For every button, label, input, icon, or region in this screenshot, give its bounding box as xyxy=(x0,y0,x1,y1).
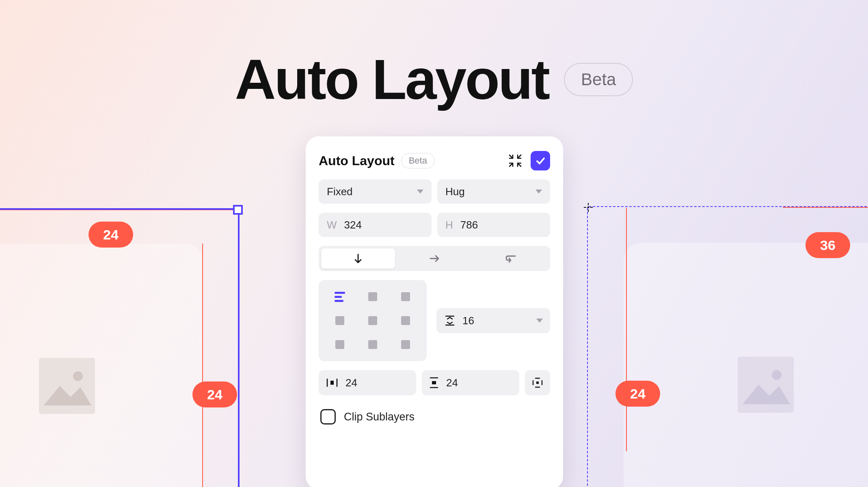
align-middle-left-button[interactable] xyxy=(327,312,353,330)
direction-wrap-button[interactable] xyxy=(474,248,548,269)
hero-title: Auto Layout xyxy=(235,47,549,112)
spacing-guide-line xyxy=(783,207,868,208)
image-placeholder-icon xyxy=(735,354,796,415)
chevron-down-icon xyxy=(536,319,543,323)
check-icon xyxy=(535,155,546,166)
selection-crosshair-icon[interactable] xyxy=(584,203,593,212)
svg-point-8 xyxy=(772,370,782,380)
direction-horizontal-button[interactable] xyxy=(397,248,471,269)
padding-horizontal-input[interactable] xyxy=(345,377,370,389)
width-mode-dropdown[interactable]: Fixed xyxy=(319,179,432,204)
gap-value: 16 xyxy=(462,315,474,327)
spacing-badge: 24 xyxy=(615,381,660,407)
svg-rect-0 xyxy=(39,358,95,414)
svg-rect-2 xyxy=(587,207,589,208)
chevron-down-icon xyxy=(417,190,423,194)
individual-padding-icon xyxy=(532,377,543,388)
panel-beta-badge: Beta xyxy=(401,153,435,168)
width-input[interactable] xyxy=(344,219,377,231)
svg-rect-11 xyxy=(330,381,334,385)
height-field[interactable]: H xyxy=(437,213,550,237)
spacing-badge: 36 xyxy=(805,232,850,258)
width-field[interactable]: W xyxy=(319,213,432,237)
collapse-button[interactable] xyxy=(506,152,524,170)
enable-toggle-button[interactable] xyxy=(531,151,550,170)
spacing-guide-line xyxy=(626,208,627,451)
auto-layout-panel: Auto Layout Beta Fixed xyxy=(306,136,563,487)
align-middle-center-button[interactable] xyxy=(360,312,386,330)
width-letter-label: W xyxy=(327,219,337,231)
height-mode-dropdown[interactable]: Hug xyxy=(437,179,550,204)
align-top-center-button[interactable] xyxy=(360,288,386,306)
gap-icon xyxy=(444,315,456,327)
height-mode-label: Hug xyxy=(445,185,465,198)
padding-expand-button[interactable] xyxy=(525,370,550,395)
svg-rect-15 xyxy=(536,381,539,384)
height-letter-label: H xyxy=(445,219,453,231)
hero-title-area: Auto Layout Beta xyxy=(0,47,868,112)
direction-vertical-button[interactable] xyxy=(321,248,395,269)
align-top-right-button[interactable] xyxy=(392,288,419,306)
spacing-badge: 24 xyxy=(192,381,237,407)
panel-header: Auto Layout Beta xyxy=(319,151,550,170)
resize-handle-icon[interactable] xyxy=(233,205,243,215)
align-bottom-right-button[interactable] xyxy=(392,336,419,353)
align-middle-right-button[interactable] xyxy=(392,312,419,330)
padding-horizontal-field[interactable] xyxy=(319,370,416,395)
padding-vertical-input[interactable] xyxy=(446,377,471,389)
svg-rect-7 xyxy=(738,357,794,413)
arrow-down-icon xyxy=(352,253,364,264)
right-card-placeholder xyxy=(624,243,868,487)
padding-vertical-icon xyxy=(429,377,439,389)
image-placeholder-icon xyxy=(37,356,97,416)
alignment-grid xyxy=(319,280,427,361)
spacing-badge: 24 xyxy=(89,222,133,248)
direction-segmented-control xyxy=(319,246,550,271)
padding-vertical-field[interactable] xyxy=(422,370,519,395)
align-bottom-left-button[interactable] xyxy=(327,336,353,353)
svg-point-1 xyxy=(73,371,83,381)
clip-sublayers-row: Clip Sublayers xyxy=(319,404,550,429)
spacing-guide-line xyxy=(202,244,203,487)
left-selection-frame-area xyxy=(0,208,242,487)
collapse-icon xyxy=(508,154,522,168)
svg-rect-14 xyxy=(432,381,436,384)
padding-horizontal-icon xyxy=(326,378,338,388)
left-card-placeholder xyxy=(0,244,203,487)
panel-title: Auto Layout xyxy=(319,153,395,168)
align-top-left-button[interactable] xyxy=(327,288,353,306)
clip-sublayers-checkbox[interactable] xyxy=(320,409,336,425)
wrap-icon xyxy=(505,253,517,264)
clip-sublayers-label: Clip Sublayers xyxy=(344,411,415,423)
align-bottom-center-button[interactable] xyxy=(360,336,386,353)
height-input[interactable] xyxy=(460,219,493,231)
width-mode-label: Fixed xyxy=(327,185,353,198)
arrow-right-icon xyxy=(429,253,440,264)
gap-dropdown[interactable]: 16 xyxy=(436,308,550,333)
chevron-down-icon xyxy=(535,190,542,194)
hero-beta-badge: Beta xyxy=(564,63,633,96)
